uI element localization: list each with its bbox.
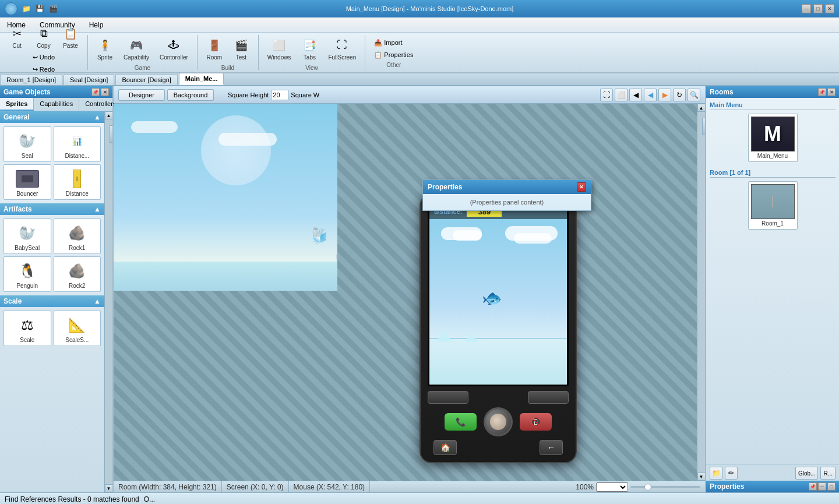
doc-tab-bouncer[interactable]: Bouncer [Design] — [115, 74, 177, 85]
toolbar-view-items: ⬜ Windows 📑 Tabs ⛶ FullScreen — [263, 34, 360, 64]
window-controls[interactable]: ─ □ ✕ — [802, 4, 834, 13]
controller-label: Contoroller — [160, 54, 188, 61]
r-button[interactable]: R... — [820, 467, 836, 480]
zoom-select[interactable] — [596, 482, 628, 492]
sprite-button[interactable]: 🧍 Sprite — [93, 34, 117, 64]
main-menu-thumb[interactable]: M Main_Menu — [748, 114, 798, 162]
test-button[interactable]: 🎬 Test — [229, 34, 253, 64]
capability-button[interactable]: 🎮 Capability — [119, 34, 153, 64]
import-button[interactable]: 📥 Import — [370, 37, 417, 48]
right-panel-header: Rooms 📌 ✕ — [706, 86, 839, 98]
sprite-distance[interactable]: I Distance — [54, 164, 101, 200]
phone-back-btn[interactable]: ← — [540, 440, 563, 455]
phone-screen: distance: 389 🐟 — [429, 204, 567, 385]
soft-btn-left[interactable] — [428, 391, 468, 404]
scale-thumb: ⚖ — [13, 313, 42, 337]
sprite-seal[interactable]: 🦭 Seal — [3, 126, 51, 162]
tab-capabilities[interactable]: Capabilities — [34, 98, 79, 111]
zoom-value: 100% — [576, 483, 594, 491]
doc-tab-mainmenu[interactable]: Main_Me... — [179, 73, 224, 85]
canvas-scroll-up[interactable]: ▲ — [697, 104, 706, 112]
doc-tab-seal[interactable]: Seal [Design] — [64, 74, 114, 85]
windows-label: Windows — [267, 54, 291, 61]
left-panel-controls[interactable]: 📌 ✕ — [91, 88, 109, 96]
soft-btn-right[interactable] — [528, 391, 569, 404]
undo-button[interactable]: ↩ Undo — [29, 52, 59, 63]
phone-center-button[interactable] — [484, 407, 513, 436]
designer-button[interactable]: Designer — [118, 89, 165, 101]
tabs-button[interactable]: 📑 Tabs — [297, 34, 322, 64]
doc-tab-room1[interactable]: Room_1 [Design] — [0, 74, 62, 85]
title-bar-left: 📁 💾 🎬 — [5, 2, 58, 15]
left-panel-close[interactable]: ✕ — [101, 88, 109, 96]
controller-button[interactable]: 🕹 Contoroller — [156, 34, 192, 64]
square-height-input[interactable] — [271, 90, 288, 100]
scale-section-header[interactable]: Scale ▲ — [0, 295, 104, 307]
artifacts-section-header[interactable]: Artifacts ▲ — [0, 203, 104, 215]
cut-button[interactable]: ✂ Cut — [5, 23, 29, 52]
room-section-label: Room [1 of 1] — [710, 169, 836, 178]
canvas-tool-refresh[interactable]: ↻ — [673, 89, 686, 101]
close-btn[interactable]: ✕ — [825, 4, 834, 13]
general-sprites-grid: 🦭 Seal 📊 Distanc... Bouncer — [0, 123, 104, 203]
game-scene[interactable]: 🧊 🧊 🦭 🐧 🦭 — [114, 104, 337, 291]
copy-label: Copy — [37, 43, 50, 49]
glob-button[interactable]: Glob... — [795, 467, 818, 480]
phone-body: distance: 389 🐟 — [420, 194, 577, 463]
properties-panel-label: Properties — [710, 482, 744, 491]
right-bottom-tools: 📁 ✏ Glob... R... — [710, 467, 836, 480]
background-button[interactable]: Background — [167, 89, 214, 101]
right-panel-close[interactable]: ✕ — [827, 88, 836, 96]
canvas-tool-1[interactable]: ⛶ — [600, 89, 613, 101]
menu-help[interactable]: Help — [82, 17, 111, 32]
room1-thumb[interactable]: Room_1 — [748, 181, 798, 230]
fullscreen-button[interactable]: ⛶ FullScreen — [324, 34, 360, 64]
paste-button[interactable]: 📋 Paste — [58, 23, 83, 52]
canvas-tool-zoom-icon[interactable]: 🔍 — [688, 89, 700, 101]
properties-dialog-close[interactable]: ✕ — [577, 182, 586, 192]
sprite-penguin[interactable]: 🐧 Penguin — [3, 256, 51, 292]
sprite-babyseal[interactable]: 🦭 BabySeal — [3, 218, 51, 254]
right-panel-controls[interactable]: 📌 ✕ — [818, 88, 836, 96]
canvas-tool-3[interactable]: ◀ — [629, 89, 642, 101]
properties-button[interactable]: 📋 Properties — [370, 50, 417, 61]
redo-button[interactable]: ↪ Redo — [29, 64, 59, 75]
general-section-label: General — [3, 113, 30, 121]
room-button[interactable]: 🚪 Room — [202, 34, 227, 64]
sprite-scale[interactable]: ⚖ Scale — [3, 311, 51, 346]
tab-sprites[interactable]: Sprites — [0, 98, 34, 111]
sprite-scales[interactable]: 📐 ScaleS... — [54, 311, 101, 346]
windows-button[interactable]: ⬜ Windows — [263, 34, 295, 64]
sprite-rock2[interactable]: 🪨 Rock2 — [54, 256, 101, 292]
windows-icon: ⬜ — [271, 37, 287, 54]
properties-collapse[interactable]: ─ — [818, 482, 826, 491]
phone-call-accept[interactable]: 📞 — [445, 413, 477, 431]
general-section-header[interactable]: General ▲ — [0, 111, 104, 123]
left-panel-pin[interactable]: 📌 — [91, 88, 100, 96]
canvas-tool-back[interactable]: ◀ — [644, 89, 657, 101]
phone-home-btn[interactable]: 🏠 — [433, 440, 457, 455]
phone-cloud-2b — [514, 233, 552, 244]
scroll-down[interactable]: ▼ — [105, 484, 113, 492]
phone-call-reject[interactable]: 📵 — [520, 413, 552, 431]
toolbar-group-view: ⬜ Windows 📑 Tabs ⛶ FullScreen View — [263, 35, 365, 70]
zoom-slider[interactable] — [630, 486, 700, 488]
sprite-distanc[interactable]: 📊 Distanc... — [54, 126, 101, 162]
minimize-btn[interactable]: ─ — [802, 4, 811, 13]
properties-controls[interactable]: 📌 ─ □ — [809, 482, 836, 491]
canvas-scroll-down[interactable]: ▼ — [697, 473, 706, 481]
canvas-tool-2[interactable]: ⬜ — [615, 89, 628, 101]
properties-pin[interactable]: 📌 — [809, 482, 817, 491]
scroll-up[interactable]: ▲ — [105, 111, 113, 119]
sprite-bouncer[interactable]: Bouncer — [3, 164, 51, 200]
left-scroll-vertical: ▲ ▼ — [104, 111, 112, 492]
right-tool-1[interactable]: 📁 — [710, 467, 722, 480]
canvas-tool-forward[interactable]: ▶ — [658, 89, 671, 101]
properties-expand[interactable]: □ — [827, 482, 836, 491]
copy-button[interactable]: ⧉ Copy — [31, 23, 56, 52]
right-panel-pin[interactable]: 📌 — [818, 88, 826, 96]
sprite-rock1[interactable]: 🪨 Rock1 — [54, 218, 101, 254]
right-tool-2[interactable]: ✏ — [725, 467, 738, 480]
maximize-btn[interactable]: □ — [813, 4, 823, 13]
capability-icon: 🎮 — [128, 37, 144, 54]
